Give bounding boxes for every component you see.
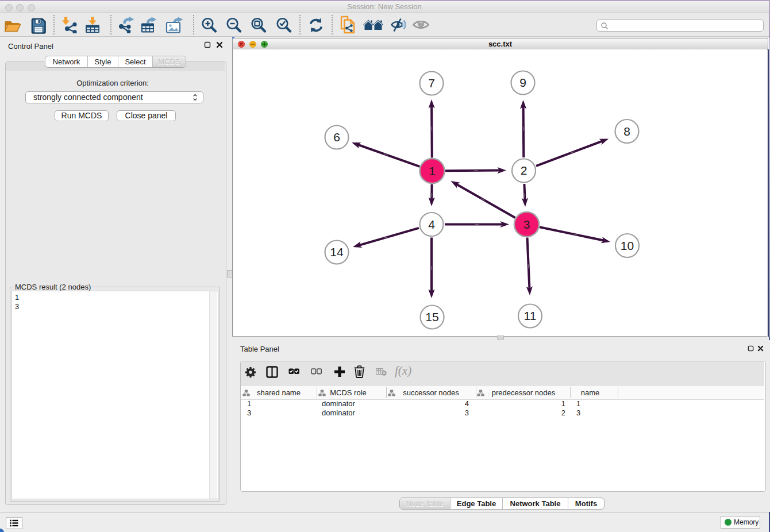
- svg-text:7: 7: [428, 76, 435, 90]
- svg-text:11: 11: [524, 309, 537, 322]
- svg-text:4: 4: [428, 218, 435, 231]
- svg-text:10: 10: [621, 239, 634, 252]
- svg-text:3: 3: [523, 218, 530, 231]
- svg-text:2: 2: [521, 164, 528, 177]
- svg-text:15: 15: [425, 310, 438, 323]
- svg-text:14: 14: [330, 245, 344, 259]
- svg-text:1: 1: [429, 164, 436, 178]
- svg-text:9: 9: [519, 76, 526, 89]
- svg-text:6: 6: [333, 130, 340, 144]
- svg-text:8: 8: [623, 125, 630, 138]
